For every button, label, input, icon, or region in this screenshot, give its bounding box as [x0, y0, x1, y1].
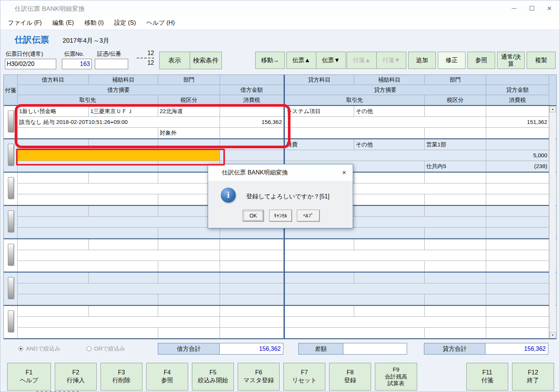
fusen-tab-icon[interactable]	[8, 210, 14, 232]
ok-button[interactable]: OK	[243, 210, 264, 222]
cell-credit-dept[interactable]	[425, 239, 486, 250]
toolbar-button-slip-down[interactable]: 伝票▼	[316, 52, 346, 69]
cell-credit-partner[interactable]	[285, 328, 425, 338]
cell-credit-blank[interactable]	[486, 173, 549, 183]
cell-credit-dept[interactable]: 営業1部	[425, 139, 486, 150]
cell-credit-tax-class[interactable]	[425, 328, 486, 338]
fkey-f12[interactable]: F12終了	[512, 363, 554, 391]
filter-or-option[interactable]: ORで絞込み	[87, 345, 125, 352]
cell-debit-partner[interactable]	[18, 161, 158, 172]
cell-debit-amount[interactable]	[220, 283, 284, 294]
cell-debit-summary[interactable]: 該当なし 給与 2018-02-20T10:51:26+09:00	[18, 117, 220, 128]
cell-debit-blank[interactable]	[220, 106, 284, 117]
close-button[interactable]: ×	[541, 0, 558, 16]
cell-debit-account[interactable]	[18, 239, 89, 250]
cell-debit-tax[interactable]	[220, 328, 284, 338]
cell-credit-tax[interactable]	[486, 294, 549, 305]
cell-debit-summary[interactable]	[18, 150, 220, 161]
cell-credit-account[interactable]: システム項目	[285, 106, 354, 117]
cell-credit-tax-class[interactable]	[425, 261, 486, 272]
radio-and-icon[interactable]	[18, 346, 23, 351]
display-button[interactable]: 表示	[159, 52, 190, 69]
cell-credit-tax[interactable]	[486, 328, 549, 338]
cell-credit-dept[interactable]	[425, 306, 486, 317]
voucher-no-input[interactable]	[62, 59, 92, 69]
cell-debit-summary[interactable]	[18, 250, 220, 261]
help-button[interactable]: ﾍﾙﾌﾟ	[297, 210, 320, 222]
fusen-tab-icon[interactable]	[8, 144, 14, 165]
cell-credit-account[interactable]: 雑費	[285, 139, 354, 150]
cell-credit-account[interactable]	[285, 239, 354, 250]
cell-credit-sub[interactable]	[354, 306, 425, 317]
scroll-up-button[interactable]: ▲	[550, 106, 556, 112]
vertical-scrollbar[interactable]: ▲ ▼	[549, 106, 556, 338]
cell-debit-tax-class[interactable]	[158, 328, 220, 338]
cell-debit-account[interactable]	[18, 273, 89, 283]
cell-debit-partner[interactable]	[18, 128, 158, 139]
cell-debit-sub[interactable]	[89, 206, 158, 217]
cell-debit-blank[interactable]	[220, 139, 284, 150]
cell-credit-summary[interactable]	[285, 250, 486, 261]
cell-credit-summary[interactable]	[285, 117, 486, 128]
toolbar-button-slip-up[interactable]: 伝票▲	[286, 52, 316, 69]
menu-item-edit[interactable]: 編集 (E)	[47, 19, 79, 27]
cell-debit-sub[interactable]: 1三菱東京ＵＦＪ	[89, 106, 158, 117]
cell-debit-tax[interactable]	[220, 228, 284, 238]
cell-credit-dept[interactable]	[425, 273, 486, 283]
maximize-button[interactable]	[523, 0, 541, 16]
cell-credit-amount[interactable]: 151,362	[486, 117, 549, 128]
fkey-f2[interactable]: F2行挿入	[55, 363, 97, 391]
cell-credit-dept[interactable]	[425, 173, 486, 183]
cell-debit-dept[interactable]	[158, 239, 220, 250]
scroll-down-button[interactable]: ▼	[550, 332, 556, 338]
fkey-f4[interactable]: F4参照	[146, 363, 188, 391]
cell-debit-blank[interactable]	[220, 306, 284, 317]
search-conditions-button[interactable]: 検索条件	[190, 52, 222, 69]
cell-debit-summary[interactable]	[18, 317, 220, 328]
cell-credit-dept[interactable]	[425, 106, 486, 117]
cell-debit-tax[interactable]	[220, 128, 284, 139]
cell-debit-blank[interactable]	[220, 273, 284, 283]
cell-credit-sub[interactable]	[354, 173, 425, 183]
fusen-cell[interactable]	[4, 173, 18, 205]
radio-or-icon[interactable]	[87, 346, 91, 351]
cell-debit-dept[interactable]	[158, 306, 220, 317]
cell-credit-blank[interactable]	[486, 139, 549, 150]
menu-item-help[interactable]: ヘルプ (H)	[141, 19, 180, 27]
cell-credit-partner[interactable]	[285, 294, 425, 305]
cell-credit-tax[interactable]	[486, 261, 549, 272]
cell-debit-tax-class[interactable]	[158, 228, 220, 238]
toolbar-button-normal-closing[interactable]: 通常/決算	[497, 52, 525, 69]
cell-credit-amount[interactable]	[486, 317, 549, 328]
cell-credit-dept[interactable]	[425, 206, 486, 217]
cell-debit-amount[interactable]	[220, 250, 284, 261]
cell-debit-tax-class[interactable]	[158, 294, 220, 305]
menu-item-move[interactable]: 移動 (I)	[79, 19, 109, 27]
cell-debit-account[interactable]	[18, 306, 89, 317]
cell-debit-amount[interactable]	[220, 150, 284, 161]
fkey-f3[interactable]: F3行削除	[100, 363, 142, 391]
fusen-tab-icon[interactable]	[8, 110, 14, 132]
cell-credit-tax[interactable]	[486, 194, 549, 205]
fusen-tab-icon[interactable]	[8, 244, 14, 265]
cell-credit-tax-class[interactable]: 仕共内5	[425, 161, 486, 172]
cell-debit-sub[interactable]	[89, 306, 158, 317]
fusen-tab-icon[interactable]	[8, 277, 14, 299]
cell-debit-sub[interactable]	[89, 139, 158, 150]
fusen-cell[interactable]	[4, 139, 18, 172]
toolbar-button-modify[interactable]: 修正	[438, 52, 466, 69]
cancel-button[interactable]: ｷｬﾝｾﾙ	[269, 210, 292, 222]
fusen-tab-icon[interactable]	[8, 310, 14, 332]
toolbar-button-duplicate[interactable]: 複製	[527, 52, 556, 69]
cell-debit-summary[interactable]	[18, 183, 220, 194]
cell-debit-account[interactable]	[18, 206, 89, 217]
menu-item-file[interactable]: ファイル (F)	[3, 19, 47, 27]
cell-debit-partner[interactable]	[18, 194, 158, 205]
fkey-f11[interactable]: F11付箋	[466, 363, 508, 391]
cell-debit-partner[interactable]	[18, 328, 158, 338]
cell-credit-amount[interactable]	[486, 250, 549, 261]
toolbar-button-move[interactable]: 移動→	[255, 52, 285, 69]
evidence-input[interactable]	[95, 59, 128, 69]
cell-credit-tax-class[interactable]	[425, 228, 486, 238]
cell-debit-summary[interactable]	[18, 217, 220, 228]
